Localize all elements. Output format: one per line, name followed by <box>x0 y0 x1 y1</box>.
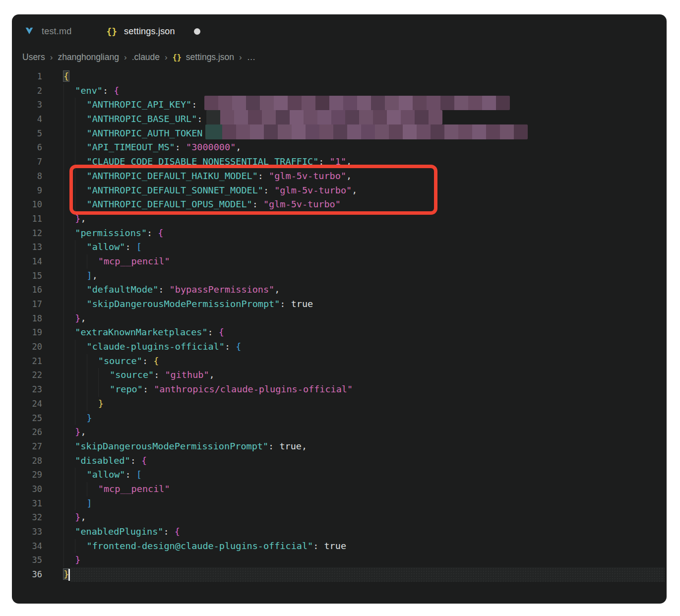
code-line: 24} <box>12 397 667 411</box>
indent-guide <box>87 397 98 411</box>
indent-guide <box>63 140 75 155</box>
indent-guide <box>75 340 86 354</box>
indent-guide <box>63 126 75 141</box>
indent-guide <box>63 553 75 567</box>
line-number: 29 <box>12 468 42 482</box>
code-line: 12"permissions": { <box>12 226 667 241</box>
indent-guide <box>63 482 75 496</box>
json-braces-icon: {} <box>106 26 117 37</box>
indent-guide <box>63 311 75 326</box>
code-text: "source": "github", <box>42 368 215 382</box>
red-highlight-box <box>69 165 437 215</box>
code-text: }, <box>42 311 86 326</box>
code-text: } <box>42 397 104 411</box>
indent-guide <box>75 539 86 554</box>
breadcrumb: Users›zhanghongliang›.claude›{}settings.… <box>22 52 667 62</box>
code-line: 31] <box>12 496 667 511</box>
code-line: 32}, <box>12 510 667 525</box>
indent-guide <box>63 539 75 554</box>
indent-guide <box>63 496 75 511</box>
chevron-right-icon: › <box>50 53 54 62</box>
line-number: 17 <box>12 297 42 311</box>
line-number: 20 <box>12 340 42 354</box>
code-text: { <box>42 69 69 84</box>
indent-guide <box>63 112 75 126</box>
line-number: 26 <box>12 425 42 439</box>
code-line: 27"skipDangerousModePermissionPrompt": t… <box>12 439 667 454</box>
indent-guide <box>63 525 75 539</box>
indent-guide <box>75 368 86 382</box>
code-line: 36} <box>12 567 667 582</box>
code-lines[interactable]: 1{2"env": {3"ANTHROPIC_API_KEY":4"ANTHRO… <box>12 69 667 582</box>
redacted-auth-token-mask <box>205 124 528 139</box>
tab-test-md[interactable]: test.md <box>24 26 71 37</box>
line-number: 1 <box>12 69 42 84</box>
indent-guide <box>75 240 86 254</box>
redacted-api-key-mask <box>204 96 510 110</box>
code-line: 6"API_TIMEOUT_MS": "3000000", <box>12 140 667 155</box>
modified-dot-icon[interactable] <box>194 28 200 35</box>
code-line: 30"mcp__pencil" <box>12 482 667 496</box>
tab-label: test.md <box>42 26 71 37</box>
breadcrumb-item[interactable]: Users <box>22 52 45 62</box>
indent-guide <box>75 112 86 126</box>
indent-guide <box>63 454 75 468</box>
line-number: 8 <box>12 169 42 184</box>
line-number: 22 <box>12 368 42 382</box>
tab-settings-json[interactable]: {} settings.json <box>106 26 200 37</box>
line-number: 34 <box>12 539 42 554</box>
line-number: 10 <box>12 197 42 212</box>
indent-guide <box>75 254 86 269</box>
code-line: 1{ <box>12 69 667 84</box>
json-braces-icon: {} <box>173 53 182 62</box>
code-text: "mcp__pencil" <box>42 482 170 496</box>
code-text: } <box>42 553 80 567</box>
code-line: 22"source": "github", <box>12 368 667 382</box>
indent-guide <box>63 254 75 269</box>
code-text: "API_TIMEOUT_MS": "3000000", <box>42 140 241 155</box>
line-number: 31 <box>12 496 42 511</box>
line-number: 32 <box>12 510 42 525</box>
code-line: 28"disabled": { <box>12 454 667 468</box>
code-text: "disabled": { <box>42 454 147 468</box>
line-number: 4 <box>12 112 42 126</box>
chevron-right-icon: › <box>164 53 168 62</box>
tab-label: settings.json <box>124 26 175 37</box>
line-number: 30 <box>12 482 42 496</box>
code-text: "defaultMode": "bypassPermissions", <box>42 283 280 297</box>
indent-guide <box>75 269 86 283</box>
line-number: 18 <box>12 311 42 326</box>
line-number: 36 <box>12 567 42 582</box>
code-text: "skipDangerousModePermissionPrompt": tru… <box>42 297 313 311</box>
line-number: 25 <box>12 411 42 426</box>
code-line: 29"allow": [ <box>12 468 667 482</box>
line-number: 7 <box>12 155 42 169</box>
code-text: "enabledPlugins": { <box>42 525 180 539</box>
code-line: 23"repo": "anthropics/claude-plugins-off… <box>12 382 667 397</box>
code-text: "allow": [ <box>42 240 142 254</box>
indent-guide <box>75 496 86 511</box>
code-line: 16"defaultMode": "bypassPermissions", <box>12 283 667 297</box>
indent-guide <box>63 325 75 340</box>
indent-guide <box>63 240 75 254</box>
breadcrumb-item[interactable]: settings.json <box>186 52 234 62</box>
indent-guide <box>98 382 110 397</box>
code-line: 17"skipDangerousModePermissionPrompt": t… <box>12 297 667 311</box>
code-line: 26}, <box>12 425 667 439</box>
markdown-down-arrow-icon <box>24 26 35 37</box>
breadcrumb-item[interactable]: … <box>247 52 256 62</box>
line-number: 13 <box>12 240 42 254</box>
indent-guide <box>63 411 75 426</box>
code-line: 20"claude-plugins-official": { <box>12 340 667 354</box>
code-editor-window: test.md {} settings.json Users›zhanghong… <box>12 14 667 604</box>
line-number: 14 <box>12 254 42 269</box>
code-text: }, <box>42 510 86 525</box>
code-text: "ANTHROPIC_API_KEY": <box>42 98 197 112</box>
code-text: "repo": "anthropics/claude-plugins-offic… <box>42 382 353 397</box>
code-text: ] <box>42 496 92 511</box>
breadcrumb-item[interactable]: zhanghongliang <box>58 52 119 62</box>
breadcrumb-item[interactable]: .claude <box>132 52 160 62</box>
code-text: "claude-plugins-official": { <box>42 340 241 354</box>
indent-guide <box>75 468 86 482</box>
indent-guide <box>63 283 75 297</box>
